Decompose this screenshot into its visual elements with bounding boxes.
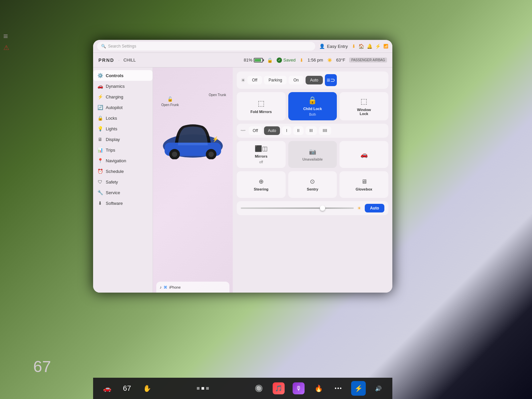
safety-label: Safety: [106, 180, 118, 185]
play-button[interactable]: ▶: [169, 292, 174, 293]
steering-icon: ⊕: [259, 178, 264, 185]
glovebox-card[interactable]: 🖥 Glovebox: [339, 171, 388, 198]
wiper-auto-button[interactable]: Auto: [264, 126, 280, 135]
person-warning-icon: ⚠: [3, 44, 90, 52]
taskbar-flame-app[interactable]: 🔥: [311, 381, 326, 396]
search-bar[interactable]: 🔍 Search Settings: [97, 42, 315, 51]
lights-on-button[interactable]: On: [289, 76, 303, 84]
sidebar-item-locks[interactable]: 🔒 Locks: [93, 113, 153, 123]
beam-symbol: ≡⊃: [327, 76, 335, 84]
dot-1: [197, 387, 200, 390]
mirrors-card[interactable]: ⬛◫ Mirrors off: [237, 141, 286, 168]
auto-brightness-button[interactable]: Auto: [365, 204, 384, 212]
next-track-button[interactable]: ⏭: [177, 292, 183, 293]
sidebar-item-lights[interactable]: 💡 Lights: [93, 123, 153, 134]
sidebar-item-display[interactable]: 🖥 Display: [93, 134, 153, 145]
software-icon: ⬇: [97, 200, 103, 206]
lights-icon: 💡: [97, 126, 103, 131]
trips-label: Trips: [106, 148, 115, 153]
car-visualization-panel: 🔓 Open Frunk Open Trunk: [153, 67, 233, 293]
wiper-icon: 〰: [241, 128, 245, 133]
controls-grid-bottom: ⊕ Steering ⊙ Sentry 🖥 Glovebox: [237, 171, 388, 198]
wiper-off-button[interactable]: Off: [249, 126, 262, 135]
high-beam-icon[interactable]: ≡⊃: [325, 74, 337, 86]
bluetooth-icon: ⚡: [375, 44, 381, 49]
bluetooth-symbol: ⌘: [164, 285, 167, 290]
service-icon: 🔧: [97, 190, 103, 195]
software-label: Software: [106, 201, 123, 206]
child-lock-card[interactable]: 🔒 Child Lock Both: [288, 92, 337, 120]
taskbar-temp-display[interactable]: 67: [120, 381, 134, 396]
steering-card[interactable]: ⊕ Steering: [237, 171, 286, 198]
volume-icon: 🔊: [375, 385, 382, 392]
wiper-3-button[interactable]: III: [306, 126, 317, 135]
battery-icon: [254, 58, 263, 63]
sentry-card[interactable]: ⊙ Sentry: [288, 171, 337, 198]
music-controls: ⏮ ▶ ⏭ ⫴ 🔍: [160, 292, 226, 293]
signal-icon: 📶: [383, 44, 388, 49]
taskbar-steering-icon[interactable]: 🔘: [251, 381, 266, 396]
mirrors-status: off: [259, 160, 263, 164]
child-lock-icon: 🔒: [308, 96, 317, 105]
dot-2: [201, 387, 204, 390]
lights-row: ☀ Off Parking On Auto ≡⊃: [237, 71, 388, 89]
sidebar-item-dynamics[interactable]: 🚗 Dynamics: [93, 81, 153, 91]
sidebar-item-controls[interactable]: ⚙️ Controls: [93, 70, 153, 81]
lights-parking-button[interactable]: Parking: [264, 76, 287, 84]
more-dots-icon: •••: [335, 385, 342, 391]
window-lock-card[interactable]: ⬚ WindowLock: [339, 92, 388, 120]
wiper-2-button[interactable]: II: [293, 126, 304, 135]
wiper-1-button[interactable]: I: [282, 126, 291, 135]
music-player: ♪ ⌘ iPhone ⏮ ▶ ⏭ ⫴ 🔍: [156, 282, 229, 293]
child-lock-label: Child Lock: [303, 107, 322, 111]
child-lock-sublabel: Both: [309, 113, 316, 116]
speed-display: 67: [33, 357, 51, 376]
sidebar-item-service[interactable]: 🔧 Service: [93, 187, 153, 198]
flame-icon: 🔥: [315, 384, 323, 392]
locks-icon: 🔒: [97, 115, 103, 121]
open-trunk-label[interactable]: Open Trunk: [209, 93, 226, 97]
center-dots: [160, 387, 246, 390]
taskbar-hvac-icon[interactable]: ✋: [140, 381, 154, 396]
taskbar-music-app[interactable]: 🎵: [271, 381, 286, 396]
autopilot-label: Autopilot: [106, 105, 123, 110]
person-icon: 👤: [319, 44, 325, 49]
taskbar-volume-button[interactable]: 🔊: [371, 381, 386, 396]
taskbar: 🚗 67 ✋ 🔘 🎵 🎙 🔥 ••• ⚡ 🔊: [93, 378, 392, 399]
saved-label: Saved: [283, 58, 296, 63]
sidebar-item-schedule[interactable]: ⏰ Schedule: [93, 166, 153, 177]
fold-mirrors-card[interactable]: ⬚ Fold Mirrors: [237, 92, 286, 120]
sidebar-item-trips[interactable]: 📊 Trips: [93, 145, 153, 155]
taskbar-bluetooth-button[interactable]: ⚡: [351, 381, 366, 396]
music-iphone-label: iPhone: [169, 285, 181, 289]
navigation-label: Navigation: [106, 158, 126, 163]
car-icon: 🚗: [103, 384, 111, 392]
lights-auto-button[interactable]: Auto: [306, 76, 323, 84]
top-status-icons: ⬇ 🏠 🔔 ⚡ 📶: [352, 44, 388, 49]
easy-entry-label: Easy Entry: [327, 44, 348, 49]
svg-point-5: [208, 152, 214, 157]
sidebar-item-software[interactable]: ⬇ Software: [93, 198, 153, 208]
controls-label: Controls: [106, 73, 123, 78]
steering-label: Steering: [254, 187, 268, 191]
taskbar-more-menu[interactable]: •••: [331, 381, 346, 396]
taskbar-podcast-app[interactable]: 🎙: [291, 381, 306, 396]
sidebar-item-safety[interactable]: 🛡 Safety: [93, 177, 153, 187]
unavailable-label: Unavailable: [302, 157, 323, 161]
service-label: Service: [106, 190, 120, 195]
taskbar-car-icon[interactable]: 🚗: [100, 381, 114, 396]
sidebar-item-navigation[interactable]: 📍 Navigation: [93, 155, 153, 166]
sidebar-item-charging[interactable]: ⚡ Charging: [93, 91, 153, 102]
seat-heat-card[interactable]: 🚗: [339, 141, 388, 168]
brightness-slider[interactable]: [241, 207, 354, 209]
lights-off-button[interactable]: Off: [247, 76, 262, 84]
sidebar-item-autopilot[interactable]: 🔄 Autopilot: [93, 102, 153, 113]
prev-track-button[interactable]: ⏮: [160, 292, 166, 293]
navigation-icon: 📍: [97, 158, 103, 163]
charging-label: Charging: [106, 94, 123, 99]
search-icon: 🔍: [101, 44, 106, 49]
podcast-app-icon: 🎙: [293, 382, 305, 394]
unavailable-camera-icon: 📷: [309, 148, 316, 155]
lock-icon: 🔒: [267, 58, 273, 63]
wiper-4-button[interactable]: IIII: [319, 126, 331, 135]
